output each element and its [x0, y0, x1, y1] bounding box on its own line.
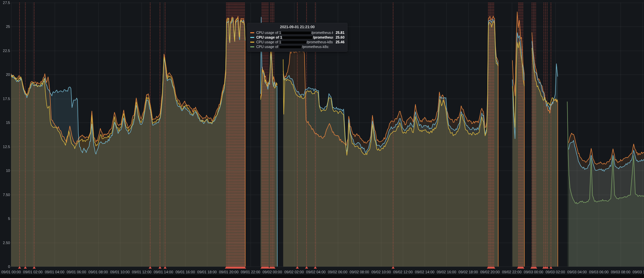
tooltip-series-row: CPU usage of 1/prometheus-k8s:25.60	[250, 35, 344, 40]
x-tick-label: 09/02 08:00	[350, 270, 369, 274]
x-tick-label: 09/01 10:00	[110, 270, 129, 274]
x-tick-label: 09/01 08:00	[89, 270, 108, 274]
y-tick-label: 7.50	[0, 193, 10, 197]
x-tick-label: 09/01 04:00	[45, 270, 64, 274]
chart-tooltip: 2021-09-01 21:21:00 CPU usage of 1/prome…	[247, 23, 347, 52]
x-tick-label: 09/02 00:00	[263, 270, 282, 274]
tooltip-series-value: 25.81	[336, 31, 344, 35]
x-tick-label: 09/02 18:00	[459, 270, 478, 274]
x-tick-label: 09/01 14:00	[154, 270, 173, 274]
grafana-cpu-panel: 02.5057.501012.51517.52022.52527.5 09/01…	[0, 0, 644, 278]
tooltip-series-label: CPU usage of 1/prometheus-k8s:	[256, 31, 333, 35]
y-tick-label: 22.5	[0, 49, 10, 53]
x-tick-label: 09/02 22:00	[502, 270, 522, 274]
tooltip-series-label: CPU usage of 1/prometheus-k8s:	[256, 40, 333, 44]
x-tick-label: 09/01 22:00	[241, 270, 260, 274]
y-tick-label: 12.5	[0, 145, 10, 149]
series-color-marker	[250, 46, 254, 47]
tooltip-series-row: CPU usage of 1/prometheus-k8s:25.46	[250, 40, 344, 44]
redacted-text	[281, 32, 311, 34]
bottom-strip	[0, 275, 644, 278]
x-tick-label: 09/03 08:00	[611, 270, 630, 274]
y-tick-label: 27.5	[0, 1, 10, 5]
x-tick-label: 09/02 10:00	[371, 270, 391, 274]
x-tick-label: 09/03 10:00	[633, 270, 644, 274]
redacted-text	[281, 41, 306, 44]
x-tick-label: 09/01 02:00	[23, 270, 43, 274]
x-tick-label: 09/02 12:00	[393, 270, 413, 274]
y-tick-label: 2.50	[0, 241, 10, 245]
x-tick-label: 09/02 06:00	[328, 270, 347, 274]
y-tick-label: 5	[0, 217, 10, 221]
x-tick-label: 09/03 04:00	[567, 270, 587, 274]
x-tick-label: 09/03 02:00	[545, 270, 565, 274]
x-tick-label: 09/02 02:00	[284, 270, 304, 274]
series-color-marker	[250, 42, 254, 43]
tooltip-series-label: CPU usage of 1/prometheus-k8s:	[256, 35, 333, 39]
y-tick-label: 17.5	[0, 97, 10, 101]
x-tick-label: 09/01 12:00	[132, 270, 151, 274]
x-tick-label: 09/02 16:00	[437, 270, 456, 274]
x-tick-label: 09/01 06:00	[67, 270, 86, 274]
series-color-marker	[250, 32, 254, 33]
y-tick-label: 10	[0, 169, 10, 173]
redacted-text	[279, 46, 302, 48]
redacted-text	[282, 36, 313, 39]
x-tick-label: 09/01 18:00	[197, 270, 217, 274]
x-tick-label: 09/01 16:00	[175, 270, 195, 274]
x-tick-label: 09/02 14:00	[415, 270, 434, 274]
series-color-marker	[250, 37, 254, 38]
x-tick-label: 09/03 00:00	[524, 270, 543, 274]
x-tick-label: 09/01 00:00	[1, 270, 21, 274]
y-tick-label: 15	[0, 121, 10, 125]
x-tick-label: 09/02 04:00	[306, 270, 326, 274]
tooltip-series-row: CPU usage of /prometheus-k8s:	[250, 44, 344, 49]
x-tick-label: 09/02 20:00	[480, 270, 500, 274]
tooltip-series-label: CPU usage of /prometheus-k8s:	[256, 45, 342, 49]
tooltip-series-value: 25.60	[336, 35, 344, 39]
x-tick-label: 09/03 06:00	[589, 270, 608, 274]
y-tick-label: 0	[0, 265, 10, 269]
x-tick-label: 09/01 20:00	[219, 270, 238, 274]
tooltip-series-row: CPU usage of 1/prometheus-k8s:25.81	[250, 30, 344, 35]
y-tick-label: 25	[0, 25, 10, 29]
tooltip-series-value: 25.46	[336, 40, 344, 44]
tooltip-timestamp: 2021-09-01 21:21:00	[250, 25, 344, 29]
y-tick-label: 20	[0, 73, 10, 77]
